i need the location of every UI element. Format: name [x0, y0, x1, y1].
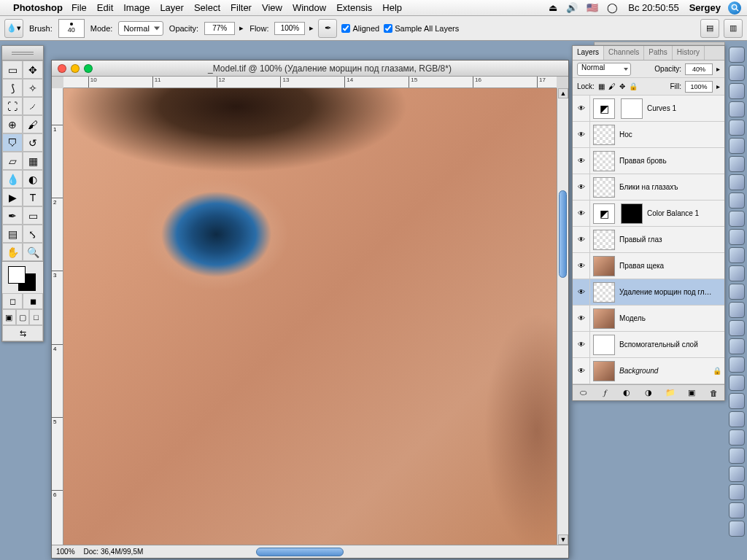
tab-paths[interactable]: Paths — [644, 46, 673, 60]
layer-name[interactable]: Модель — [618, 314, 713, 322]
minimize-button[interactable] — [71, 64, 80, 73]
fill-input[interactable] — [685, 81, 713, 93]
layer-name[interactable]: Background — [618, 367, 713, 375]
layer-mask-thumb[interactable] — [621, 98, 643, 119]
lock-paint-icon[interactable]: 🖌 — [608, 82, 616, 90]
dock-item[interactable] — [729, 174, 745, 190]
tab-channels[interactable]: Channels — [604, 46, 644, 60]
eyedropper-tool[interactable]: ⤣ — [23, 225, 43, 243]
layer-name[interactable]: Curves 1 — [646, 104, 713, 112]
dock-item[interactable] — [729, 375, 745, 391]
adjustment-layer-icon[interactable]: ◑ — [642, 387, 655, 399]
dock-item[interactable] — [729, 65, 745, 81]
lasso-tool[interactable]: ⟆ — [2, 79, 23, 97]
brush-preset-picker[interactable]: 40 — [58, 19, 85, 38]
layer-thumb[interactable] — [593, 282, 615, 303]
screenmode-2[interactable]: ▢ — [16, 309, 30, 325]
layer-opacity-input[interactable] — [685, 63, 713, 75]
dock-item[interactable] — [729, 320, 745, 336]
link-layers-icon[interactable]: ⬭ — [577, 387, 590, 399]
layer-row[interactable]: 👁 ◩ Color Balance 1 — [573, 201, 724, 227]
layer-row[interactable]: 👁 Нос — [573, 122, 724, 148]
tool-preset-picker[interactable]: 💧▾ — [4, 19, 23, 38]
dock-item[interactable] — [729, 448, 745, 464]
heal-tool[interactable]: ⊕ — [2, 115, 23, 133]
palette-toggle-1[interactable]: ▤ — [700, 19, 719, 38]
scroll-up-arrow[interactable]: ▲ — [558, 88, 568, 98]
dock-item[interactable] — [729, 211, 745, 227]
screenmode-1[interactable]: ▣ — [2, 309, 16, 325]
marquee-tool[interactable]: ▭ — [2, 61, 23, 79]
quickmask-off[interactable]: ◻ — [2, 293, 23, 309]
visibility-toggle[interactable]: 👁 — [573, 122, 590, 147]
clock[interactable]: Вс 20:50:55 — [628, 2, 678, 13]
visibility-toggle[interactable]: 👁 — [573, 174, 590, 200]
volume-icon[interactable]: 🔊 — [566, 2, 578, 13]
layer-name[interactable]: Блики на глазахъ — [618, 183, 713, 191]
layer-thumb[interactable] — [593, 177, 615, 198]
visibility-toggle[interactable]: 👁 — [573, 358, 590, 384]
visibility-toggle[interactable]: 👁 — [573, 96, 590, 121]
menu-edit[interactable]: Edit — [97, 2, 113, 13]
menu-image[interactable]: Image — [123, 2, 150, 13]
tab-layers[interactable]: Layers — [573, 46, 604, 60]
visibility-toggle[interactable]: 👁 — [573, 279, 590, 305]
flag-icon[interactable]: 🇺🇸 — [587, 2, 598, 13]
dock-item[interactable] — [729, 429, 745, 446]
quickmask-on[interactable]: ◼ — [23, 293, 43, 309]
visibility-toggle[interactable]: 👁 — [573, 148, 590, 174]
layer-row[interactable]: 👁 Правая бровь — [573, 148, 724, 174]
zoom-level[interactable]: 100% — [56, 548, 75, 556]
toolbox-header[interactable] — [2, 46, 43, 61]
ruler-horizontal[interactable]: 10 11 12 13 14 15 16 17 — [63, 77, 557, 88]
move-tool[interactable]: ✥ — [23, 61, 43, 79]
new-group-icon[interactable]: 📁 — [664, 387, 677, 399]
sync-icon[interactable]: ◯ — [607, 2, 618, 13]
brush-tool[interactable]: 🖌 — [23, 115, 43, 133]
jump-to-imageready[interactable]: ⇆ — [2, 325, 43, 341]
layer-name[interactable]: Color Balance 1 — [646, 209, 713, 217]
dock-item[interactable] — [729, 83, 745, 99]
menu-layer[interactable]: Layer — [160, 2, 184, 13]
new-layer-icon[interactable]: ▣ — [685, 387, 698, 399]
shape-tool[interactable]: ▭ — [23, 206, 43, 225]
close-button[interactable] — [58, 64, 66, 73]
scroll-thumb-v[interactable] — [559, 190, 567, 278]
zoom-button[interactable] — [84, 64, 93, 73]
layer-thumb[interactable] — [593, 256, 615, 276]
layer-mask-thumb[interactable] — [621, 203, 643, 224]
visibility-toggle[interactable]: 👁 — [573, 253, 590, 279]
flow-arrow-icon[interactable]: ▸ — [309, 23, 314, 33]
eraser-tool[interactable]: ▱ — [2, 152, 23, 170]
dock-item[interactable] — [729, 411, 745, 427]
lock-move-icon[interactable]: ✥ — [619, 82, 625, 90]
visibility-toggle[interactable]: 👁 — [573, 332, 590, 357]
slice-tool[interactable]: ⟋ — [23, 97, 43, 115]
dock-item[interactable] — [729, 192, 745, 209]
dock-item[interactable] — [729, 284, 745, 300]
dock-item[interactable] — [729, 138, 745, 154]
scroll-thumb-h[interactable] — [256, 548, 344, 556]
menu-window[interactable]: Window — [293, 2, 326, 13]
layer-name[interactable]: Нос — [618, 131, 713, 139]
layer-name[interactable]: Правая бровь — [618, 157, 713, 165]
layer-row[interactable]: 👁 Правый глаз — [573, 227, 724, 253]
menu-help[interactable]: Help — [382, 2, 402, 13]
airbrush-toggle[interactable]: ✒ — [318, 19, 337, 38]
tab-history[interactable]: History — [673, 46, 705, 60]
layer-row[interactable]: 👁 ◩ Curves 1 — [573, 96, 724, 122]
lock-all-icon[interactable]: 🔒 — [629, 82, 638, 90]
hand-tool[interactable]: ✋ — [2, 243, 23, 261]
wand-tool[interactable]: ✧ — [23, 79, 43, 97]
screenmode-3[interactable]: □ — [29, 309, 43, 325]
blend-mode-select[interactable]: Normal — [118, 21, 163, 36]
layer-name[interactable]: Правый глаз — [618, 236, 713, 244]
layer-thumb[interactable]: ◩ — [593, 203, 615, 224]
layer-mask-icon[interactable]: ◐ — [620, 387, 633, 399]
dock-item[interactable] — [729, 484, 745, 500]
spotlight-icon[interactable] — [728, 1, 741, 15]
dock-item[interactable] — [729, 265, 745, 281]
sample-all-checkbox[interactable]: Sample All Layers — [384, 24, 459, 33]
dock-item[interactable] — [729, 338, 745, 354]
menu-filter[interactable]: Filter — [231, 2, 252, 13]
